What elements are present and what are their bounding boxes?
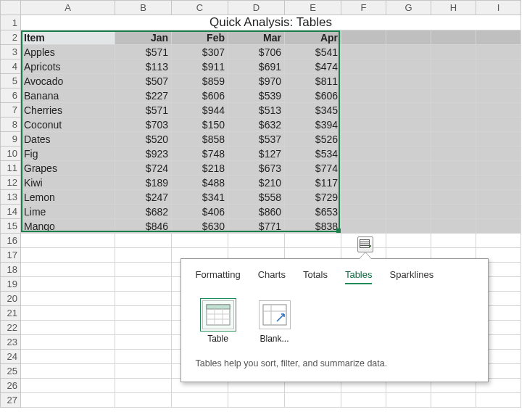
table-header-month[interactable]: Jan: [115, 30, 172, 45]
cell[interactable]: Lemon: [21, 190, 115, 205]
cell[interactable]: $394: [285, 118, 341, 132]
cell[interactable]: $227: [115, 88, 172, 103]
cell[interactable]: $341: [172, 190, 228, 205]
table-header-month[interactable]: Mar: [228, 30, 285, 45]
cell[interactable]: [341, 393, 386, 408]
cell[interactable]: $606: [172, 88, 228, 103]
cell[interactable]: [115, 335, 172, 350]
column-header[interactable]: D: [228, 1, 285, 15]
row-header[interactable]: 4: [1, 59, 21, 74]
cell[interactable]: $846: [115, 219, 172, 234]
cell[interactable]: $247: [115, 190, 172, 205]
row-header[interactable]: 9: [1, 132, 21, 147]
cell[interactable]: [21, 306, 115, 321]
cell[interactable]: $703: [115, 118, 172, 132]
qa-tab-totals[interactable]: Totals: [303, 269, 328, 284]
cell[interactable]: $923: [115, 147, 172, 161]
cell[interactable]: $571: [115, 45, 172, 59]
cell[interactable]: [115, 277, 172, 292]
cell[interactable]: [386, 393, 431, 408]
cell[interactable]: $150: [172, 118, 228, 132]
cell[interactable]: [228, 234, 285, 248]
column-header[interactable]: C: [172, 1, 228, 15]
cell[interactable]: $189: [115, 176, 172, 190]
cell[interactable]: $520: [115, 132, 172, 147]
cell[interactable]: $944: [172, 103, 228, 118]
cell[interactable]: $534: [285, 147, 341, 161]
qa-tab-formatting[interactable]: Formatting: [196, 269, 241, 284]
row-header[interactable]: 14: [1, 205, 21, 219]
table-header-item[interactable]: Item: [21, 30, 115, 45]
cell[interactable]: [172, 393, 228, 408]
cell[interactable]: [431, 393, 476, 408]
cell[interactable]: $673: [228, 161, 285, 176]
qa-option-table[interactable]: Table: [196, 300, 241, 344]
cell[interactable]: [21, 248, 115, 263]
row-header[interactable]: 13: [1, 190, 21, 205]
cell[interactable]: [21, 263, 115, 277]
cell[interactable]: [21, 277, 115, 292]
qa-option-blank[interactable]: Blank...: [252, 300, 297, 344]
cell[interactable]: [476, 234, 521, 248]
row-header[interactable]: 6: [1, 88, 21, 103]
cell[interactable]: $541: [285, 45, 341, 59]
row-header[interactable]: 8: [1, 118, 21, 132]
cell[interactable]: $113: [115, 59, 172, 74]
cell[interactable]: [285, 234, 341, 248]
table-header-month[interactable]: Feb: [172, 30, 228, 45]
cell[interactable]: $860: [228, 205, 285, 219]
cell[interactable]: $307: [172, 45, 228, 59]
cell[interactable]: $558: [228, 190, 285, 205]
cell[interactable]: $811: [285, 74, 341, 88]
cell[interactable]: Dates: [21, 132, 115, 147]
row-header[interactable]: 19: [1, 277, 21, 292]
cell[interactable]: $653: [285, 205, 341, 219]
row-header[interactable]: 22: [1, 321, 21, 335]
cell[interactable]: [431, 234, 476, 248]
cell[interactable]: [115, 379, 172, 393]
row-header[interactable]: 12: [1, 176, 21, 190]
cell[interactable]: [228, 393, 285, 408]
quick-analysis-button[interactable]: [357, 236, 373, 252]
cell[interactable]: $632: [228, 118, 285, 132]
cell[interactable]: $606: [285, 88, 341, 103]
cell[interactable]: [115, 364, 172, 379]
cell[interactable]: [115, 321, 172, 335]
row-header[interactable]: 5: [1, 74, 21, 88]
cell[interactable]: $537: [228, 132, 285, 147]
cell[interactable]: [21, 292, 115, 306]
cell[interactable]: $682: [115, 205, 172, 219]
cell[interactable]: Lime: [21, 205, 115, 219]
row-header[interactable]: 26: [1, 379, 21, 393]
select-all-corner[interactable]: [1, 1, 21, 15]
row-header[interactable]: 2: [1, 30, 21, 45]
cell[interactable]: $488: [172, 176, 228, 190]
qa-tab-sparklines[interactable]: Sparklines: [389, 269, 433, 284]
cell[interactable]: [21, 234, 115, 248]
cell[interactable]: Grapes: [21, 161, 115, 176]
cell[interactable]: $970: [228, 74, 285, 88]
cell[interactable]: $218: [172, 161, 228, 176]
cell[interactable]: [115, 306, 172, 321]
cell[interactable]: $507: [115, 74, 172, 88]
qa-tab-charts[interactable]: Charts: [258, 269, 286, 284]
cell[interactable]: $691: [228, 59, 285, 74]
cell[interactable]: [21, 364, 115, 379]
row-header[interactable]: 7: [1, 103, 21, 118]
cell[interactable]: $774: [285, 161, 341, 176]
column-header[interactable]: B: [115, 1, 172, 15]
cell[interactable]: Kiwi: [21, 176, 115, 190]
cell[interactable]: [115, 292, 172, 306]
cell[interactable]: $117: [285, 176, 341, 190]
cell[interactable]: $406: [172, 205, 228, 219]
table-header-month[interactable]: Apr: [285, 30, 341, 45]
cell[interactable]: Coconut: [21, 118, 115, 132]
cell[interactable]: $706: [228, 45, 285, 59]
column-header[interactable]: A: [21, 1, 115, 15]
cell[interactable]: $858: [172, 132, 228, 147]
row-header[interactable]: 10: [1, 147, 21, 161]
cell[interactable]: [285, 393, 341, 408]
cell[interactable]: [115, 350, 172, 364]
row-header[interactable]: 15: [1, 219, 21, 234]
cell[interactable]: $630: [172, 219, 228, 234]
